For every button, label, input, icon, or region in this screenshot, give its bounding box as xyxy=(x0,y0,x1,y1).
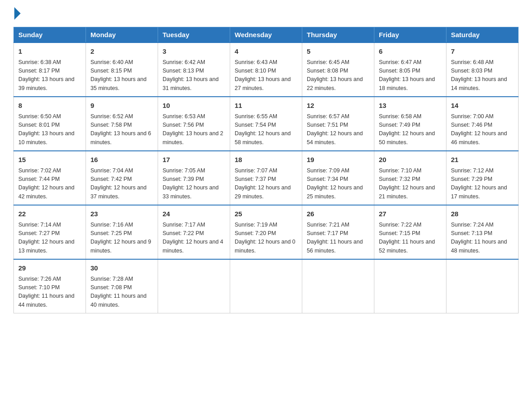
calendar-cell: 20Sunrise: 7:10 AMSunset: 7:32 PMDayligh… xyxy=(374,151,446,205)
calendar-cell: 30Sunrise: 7:28 AMSunset: 7:08 PMDayligh… xyxy=(86,259,158,313)
col-header-wednesday: Wednesday xyxy=(230,27,302,43)
day-number: 20 xyxy=(379,155,442,165)
day-number: 2 xyxy=(90,47,153,57)
calendar-cell: 28Sunrise: 7:24 AMSunset: 7:13 PMDayligh… xyxy=(446,205,519,259)
col-header-tuesday: Tuesday xyxy=(158,27,230,43)
calendar-cell: 11Sunrise: 6:55 AMSunset: 7:54 PMDayligh… xyxy=(230,97,302,151)
day-info: Sunrise: 7:28 AMSunset: 7:08 PMDaylight:… xyxy=(90,275,153,310)
day-info: Sunrise: 7:00 AMSunset: 7:46 PMDaylight:… xyxy=(451,112,514,147)
calendar-cell xyxy=(302,259,374,313)
calendar-week-row: 8Sunrise: 6:50 AMSunset: 8:01 PMDaylight… xyxy=(14,97,519,151)
day-info: Sunrise: 7:19 AMSunset: 7:20 PMDaylight:… xyxy=(235,221,297,256)
day-info: Sunrise: 7:10 AMSunset: 7:32 PMDaylight:… xyxy=(379,167,442,201)
day-number: 12 xyxy=(307,101,369,111)
calendar-cell xyxy=(230,259,302,313)
logo xyxy=(13,9,21,18)
day-number: 24 xyxy=(163,209,225,219)
calendar-cell: 7Sunrise: 6:48 AMSunset: 8:03 PMDaylight… xyxy=(446,43,519,97)
calendar-cell: 15Sunrise: 7:02 AMSunset: 7:44 PMDayligh… xyxy=(14,151,86,205)
day-number: 30 xyxy=(90,263,153,274)
day-info: Sunrise: 6:52 AMSunset: 7:58 PMDaylight:… xyxy=(90,112,153,147)
day-info: Sunrise: 7:05 AMSunset: 7:39 PMDaylight:… xyxy=(163,167,225,201)
day-number: 8 xyxy=(18,101,81,111)
calendar-cell: 4Sunrise: 6:43 AMSunset: 8:10 PMDaylight… xyxy=(230,43,302,97)
calendar-header-row: SundayMondayTuesdayWednesdayThursdayFrid… xyxy=(14,27,519,43)
day-number: 7 xyxy=(451,47,514,57)
day-number: 17 xyxy=(163,155,225,165)
calendar-cell: 25Sunrise: 7:19 AMSunset: 7:20 PMDayligh… xyxy=(230,205,302,259)
col-header-friday: Friday xyxy=(374,27,446,43)
day-info: Sunrise: 7:12 AMSunset: 7:29 PMDaylight:… xyxy=(451,167,514,201)
day-number: 27 xyxy=(379,209,442,219)
day-number: 23 xyxy=(90,209,153,219)
day-number: 11 xyxy=(235,101,297,111)
header xyxy=(13,9,519,18)
calendar-cell: 29Sunrise: 7:26 AMSunset: 7:10 PMDayligh… xyxy=(14,259,86,313)
calendar-cell: 9Sunrise: 6:52 AMSunset: 7:58 PMDaylight… xyxy=(86,97,158,151)
day-info: Sunrise: 6:55 AMSunset: 7:54 PMDaylight:… xyxy=(235,112,297,147)
col-header-saturday: Saturday xyxy=(446,27,519,43)
calendar-cell: 8Sunrise: 6:50 AMSunset: 8:01 PMDaylight… xyxy=(14,97,86,151)
calendar-cell: 13Sunrise: 6:58 AMSunset: 7:49 PMDayligh… xyxy=(374,97,446,151)
calendar-cell: 22Sunrise: 7:14 AMSunset: 7:27 PMDayligh… xyxy=(14,205,86,259)
calendar-week-row: 1Sunrise: 6:38 AMSunset: 8:17 PMDaylight… xyxy=(14,43,519,97)
day-number: 6 xyxy=(379,47,442,57)
calendar-cell: 14Sunrise: 7:00 AMSunset: 7:46 PMDayligh… xyxy=(446,97,519,151)
calendar-cell: 27Sunrise: 7:22 AMSunset: 7:15 PMDayligh… xyxy=(374,205,446,259)
day-number: 18 xyxy=(235,155,297,165)
day-number: 3 xyxy=(163,47,225,57)
col-header-thursday: Thursday xyxy=(302,27,374,43)
day-number: 15 xyxy=(18,155,81,165)
calendar-table: SundayMondayTuesdayWednesdayThursdayFrid… xyxy=(13,27,519,313)
calendar-cell: 18Sunrise: 7:07 AMSunset: 7:37 PMDayligh… xyxy=(230,151,302,205)
day-number: 22 xyxy=(18,209,81,219)
calendar-cell: 2Sunrise: 6:40 AMSunset: 8:15 PMDaylight… xyxy=(86,43,158,97)
day-info: Sunrise: 7:04 AMSunset: 7:42 PMDaylight:… xyxy=(90,167,153,201)
day-info: Sunrise: 6:53 AMSunset: 7:56 PMDaylight:… xyxy=(163,112,225,147)
day-number: 21 xyxy=(451,155,514,165)
calendar-cell: 6Sunrise: 6:47 AMSunset: 8:05 PMDaylight… xyxy=(374,43,446,97)
day-number: 10 xyxy=(163,101,225,111)
calendar-week-row: 22Sunrise: 7:14 AMSunset: 7:27 PMDayligh… xyxy=(14,205,519,259)
col-header-sunday: Sunday xyxy=(14,27,86,43)
calendar-cell xyxy=(158,259,230,313)
day-info: Sunrise: 6:58 AMSunset: 7:49 PMDaylight:… xyxy=(379,112,442,147)
calendar-week-row: 29Sunrise: 7:26 AMSunset: 7:10 PMDayligh… xyxy=(14,259,519,313)
day-info: Sunrise: 7:21 AMSunset: 7:17 PMDaylight:… xyxy=(307,221,369,256)
calendar-cell: 23Sunrise: 7:16 AMSunset: 7:25 PMDayligh… xyxy=(86,205,158,259)
day-number: 28 xyxy=(451,209,514,219)
calendar-cell: 19Sunrise: 7:09 AMSunset: 7:34 PMDayligh… xyxy=(302,151,374,205)
day-info: Sunrise: 6:42 AMSunset: 8:13 PMDaylight:… xyxy=(163,58,225,93)
day-info: Sunrise: 6:47 AMSunset: 8:05 PMDaylight:… xyxy=(379,58,442,93)
calendar-cell: 17Sunrise: 7:05 AMSunset: 7:39 PMDayligh… xyxy=(158,151,230,205)
day-info: Sunrise: 7:14 AMSunset: 7:27 PMDaylight:… xyxy=(18,221,81,256)
day-info: Sunrise: 7:24 AMSunset: 7:13 PMDaylight:… xyxy=(451,221,514,256)
calendar-cell: 5Sunrise: 6:45 AMSunset: 8:08 PMDaylight… xyxy=(302,43,374,97)
calendar-cell: 21Sunrise: 7:12 AMSunset: 7:29 PMDayligh… xyxy=(446,151,519,205)
calendar-cell xyxy=(374,259,446,313)
day-number: 1 xyxy=(18,47,81,57)
calendar-cell: 1Sunrise: 6:38 AMSunset: 8:17 PMDaylight… xyxy=(14,43,86,97)
day-number: 14 xyxy=(451,101,514,111)
day-number: 19 xyxy=(307,155,369,165)
day-info: Sunrise: 7:07 AMSunset: 7:37 PMDaylight:… xyxy=(235,167,297,201)
calendar-week-row: 15Sunrise: 7:02 AMSunset: 7:44 PMDayligh… xyxy=(14,151,519,205)
calendar-cell xyxy=(446,259,519,313)
day-info: Sunrise: 7:17 AMSunset: 7:22 PMDaylight:… xyxy=(163,221,225,256)
day-number: 29 xyxy=(18,263,81,274)
calendar-cell: 3Sunrise: 6:42 AMSunset: 8:13 PMDaylight… xyxy=(158,43,230,97)
col-header-monday: Monday xyxy=(86,27,158,43)
logo-triangle-icon xyxy=(14,7,21,20)
day-info: Sunrise: 6:57 AMSunset: 7:51 PMDaylight:… xyxy=(307,112,369,147)
day-number: 4 xyxy=(235,47,297,57)
day-info: Sunrise: 7:16 AMSunset: 7:25 PMDaylight:… xyxy=(90,221,153,256)
day-info: Sunrise: 6:48 AMSunset: 8:03 PMDaylight:… xyxy=(451,58,514,93)
day-number: 16 xyxy=(90,155,153,165)
day-number: 25 xyxy=(235,209,297,219)
day-number: 9 xyxy=(90,101,153,111)
day-info: Sunrise: 7:02 AMSunset: 7:44 PMDaylight:… xyxy=(18,167,81,201)
day-info: Sunrise: 6:50 AMSunset: 8:01 PMDaylight:… xyxy=(18,112,81,147)
calendar-cell: 12Sunrise: 6:57 AMSunset: 7:51 PMDayligh… xyxy=(302,97,374,151)
day-info: Sunrise: 6:40 AMSunset: 8:15 PMDaylight:… xyxy=(90,58,153,93)
day-info: Sunrise: 7:22 AMSunset: 7:15 PMDaylight:… xyxy=(379,221,442,256)
